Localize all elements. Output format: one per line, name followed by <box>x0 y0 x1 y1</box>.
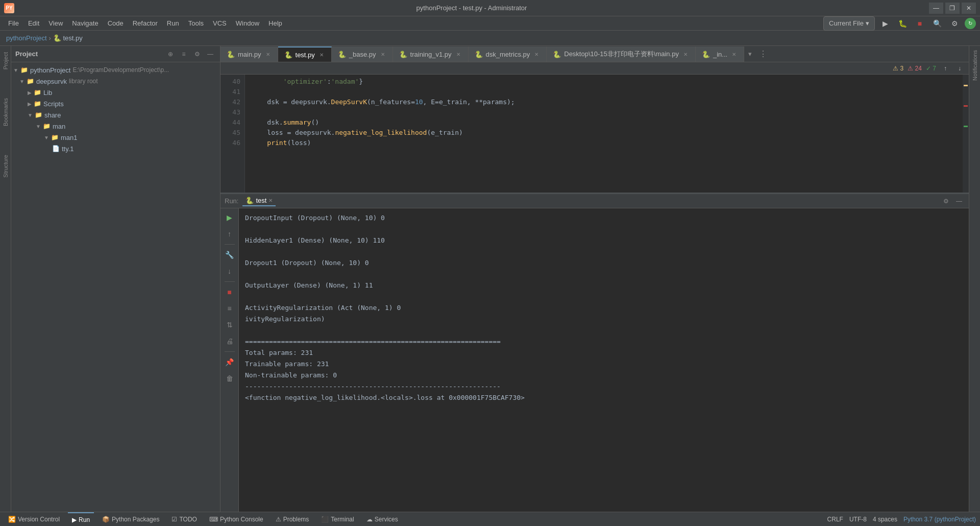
notifications-label[interactable]: Notifications <box>971 48 979 83</box>
folder-icon: 📁 <box>20 66 28 74</box>
breadcrumb-project[interactable]: pythonProject <box>6 34 47 42</box>
minimize-button[interactable]: — <box>929 3 943 14</box>
run-output[interactable]: DropoutInput (Dropout) (None, 10) 0 Hidd… <box>239 208 969 512</box>
status-version-control[interactable]: 🔀 Version Control <box>4 512 64 526</box>
tree-item-man1[interactable]: ▼ 📁 man1 <box>11 132 220 143</box>
maximize-button[interactable]: ❐ <box>945 3 960 14</box>
status-python-packages[interactable]: 📦 Python Packages <box>98 512 163 526</box>
panel-locate-btn[interactable]: ⊕ <box>165 49 176 60</box>
run-minimize-btn[interactable]: — <box>953 196 965 207</box>
run-wrench-btn[interactable]: 🔧 <box>223 248 237 262</box>
close-button[interactable]: ✕ <box>962 3 976 14</box>
panel-settings-btn[interactable]: ⚙ <box>191 49 203 60</box>
menu-tools[interactable]: Tools <box>184 18 208 29</box>
run-play-btn[interactable]: ▶ <box>223 210 237 225</box>
run-up-btn[interactable]: ↑ <box>223 227 237 241</box>
run-pin-btn[interactable]: 📌 <box>223 355 237 369</box>
tab-close-desktop-main[interactable]: ✕ <box>682 51 689 58</box>
menu-help[interactable]: Help <box>264 18 286 29</box>
window-controls[interactable]: — ❐ ✕ <box>929 3 976 14</box>
tab-close-main-py[interactable]: ✕ <box>264 51 272 58</box>
menu-refactor[interactable]: Refactor <box>129 18 162 29</box>
status-terminal[interactable]: ⬛ Terminal <box>317 512 358 526</box>
menu-code[interactable]: Code <box>104 18 128 29</box>
menu-view[interactable]: View <box>44 18 67 29</box>
settings-button[interactable]: ⚙ <box>947 16 962 31</box>
tree-item-scripts[interactable]: ▶ 📁 Scripts <box>11 98 220 109</box>
update-button[interactable]: ↻ <box>965 18 976 29</box>
tab-close-training-v1[interactable]: ✕ <box>455 51 462 58</box>
menu-run[interactable]: Run <box>163 18 183 29</box>
tab-in[interactable]: 🐍 _in... ✕ <box>696 46 744 62</box>
tab-base-py[interactable]: 🐍 _base.py ✕ <box>332 46 393 62</box>
encoding-status[interactable]: UTF-8 <box>849 516 867 523</box>
tree-item-root[interactable]: ▼ 📁 pythonProject E:\ProgramDevelopmentP… <box>11 64 220 76</box>
debug-button[interactable]: 🐛 <box>895 16 910 31</box>
next-issue-btn[interactable]: ↓ <box>954 63 965 74</box>
error-count[interactable]: ⚠ 24 <box>908 65 922 72</box>
run-stop-btn[interactable]: ■ <box>223 285 237 299</box>
tab-icon: 🐍 <box>338 51 346 58</box>
python-version-status[interactable]: Python 3.7 (pythonProject) <box>903 516 976 523</box>
project-tab-label[interactable]: Project <box>2 50 10 71</box>
run-print-btn[interactable]: 🖨 <box>223 334 237 348</box>
tab-close-in[interactable]: ✕ <box>730 51 738 58</box>
tab-more-btn[interactable]: ⋮ <box>756 49 770 59</box>
tree-root-label: pythonProject <box>30 66 71 74</box>
status-services[interactable]: ☁ Services <box>362 512 402 526</box>
tab-test-py[interactable]: 🐍 test.py ✕ <box>278 46 332 62</box>
structure-tab-label[interactable]: Structure <box>2 153 10 180</box>
stop-button[interactable]: ■ <box>913 16 927 31</box>
search-button[interactable]: 🔍 <box>930 16 944 31</box>
tree-item-lib[interactable]: ▶ 📁 Lib <box>11 87 220 98</box>
run-trash-btn[interactable]: 🗑 <box>223 371 237 386</box>
current-file-button[interactable]: Current File ▾ <box>823 16 875 31</box>
warning-count[interactable]: ⚠ 3 <box>893 65 903 72</box>
run-down-btn[interactable]: ↓ <box>223 264 237 278</box>
menu-edit[interactable]: Edit <box>24 18 43 29</box>
status-run[interactable]: ▶ Run <box>68 512 94 526</box>
run-tab-close[interactable]: ✕ <box>268 198 273 203</box>
panel-collapse-btn[interactable]: ≡ <box>178 49 189 60</box>
prev-issue-btn[interactable]: ↑ <box>940 63 950 74</box>
status-todo[interactable]: ☑ TODO <box>167 512 201 526</box>
menu-file[interactable]: File <box>4 18 23 29</box>
window-title: pythonProject - test.py - Administrator <box>416 4 527 12</box>
tab-main-py[interactable]: 🐍 main.py ✕ <box>220 46 278 62</box>
menu-window[interactable]: Window <box>232 18 263 29</box>
menu-navigate[interactable]: Navigate <box>68 18 102 29</box>
tab-dsk-metrics[interactable]: 🐍 dsk_metrics.py ✕ <box>469 46 547 62</box>
tab-label: dsk_metrics.py <box>486 51 530 58</box>
run-settings-btn[interactable]: ⚙ <box>940 196 951 207</box>
output-line-3: Dropout1 (Dropout) (None, 10) 0 <box>245 257 963 269</box>
bookmarks-tab-label[interactable]: Bookmarks <box>2 96 10 128</box>
run-button[interactable]: ▶ <box>878 16 892 31</box>
tree-item-share[interactable]: ▼ 📁 share <box>11 109 220 121</box>
menu-vcs[interactable]: VCS <box>209 18 231 29</box>
tree-item-deepsurvk[interactable]: ▼ 📁 deepsurvk library root <box>11 76 220 87</box>
code-editor[interactable]: 'optimizer':'nadam'} dsk = deepsurvk.Dee… <box>245 75 963 193</box>
ok-count[interactable]: ✓ 7 <box>926 65 936 72</box>
output-separator-1: ========================================… <box>245 336 963 347</box>
output-line-1: DropoutInput (Dropout) (None, 10) 0 <box>245 212 963 224</box>
run-scroll-btn[interactable]: ≡ <box>223 301 237 316</box>
crlf-status[interactable]: CRLF <box>827 516 843 523</box>
status-problems[interactable]: ⚠ Problems <box>272 512 313 526</box>
output-line-5: ActivityRegularization (Act (None, 1) 0 <box>245 302 963 314</box>
status-python-console[interactable]: ⌨ Python Console <box>205 512 267 526</box>
tab-close-test-py[interactable]: ✕ <box>318 51 325 58</box>
tab-close-base-py[interactable]: ✕ <box>379 51 386 58</box>
tab-close-dsk-metrics[interactable]: ✕ <box>533 51 540 58</box>
run-scroll2-btn[interactable]: ⇅ <box>223 318 237 332</box>
tab-desktop-main[interactable]: 🐍 Desktop\10-15非打印电子资料\main.py ✕ <box>547 46 696 62</box>
tab-training-v1[interactable]: 🐍 training_v1.py ✕ <box>393 46 469 62</box>
tree-item-man[interactable]: ▼ 📁 man <box>11 121 220 132</box>
gutter-mark-warn <box>964 85 968 86</box>
panel-hide-btn[interactable]: — <box>205 49 216 60</box>
spaces-status[interactable]: 4 spaces <box>873 516 897 523</box>
output-trainable-params: Trainable params: 231 <box>245 358 963 370</box>
tree-item-tty1[interactable]: 📄 tty.1 <box>11 143 220 154</box>
tab-overflow-btn[interactable]: ▾ <box>744 50 756 58</box>
run-tab-test[interactable]: 🐍 test ✕ <box>242 196 276 206</box>
folder-icon: 📁 <box>27 78 34 85</box>
